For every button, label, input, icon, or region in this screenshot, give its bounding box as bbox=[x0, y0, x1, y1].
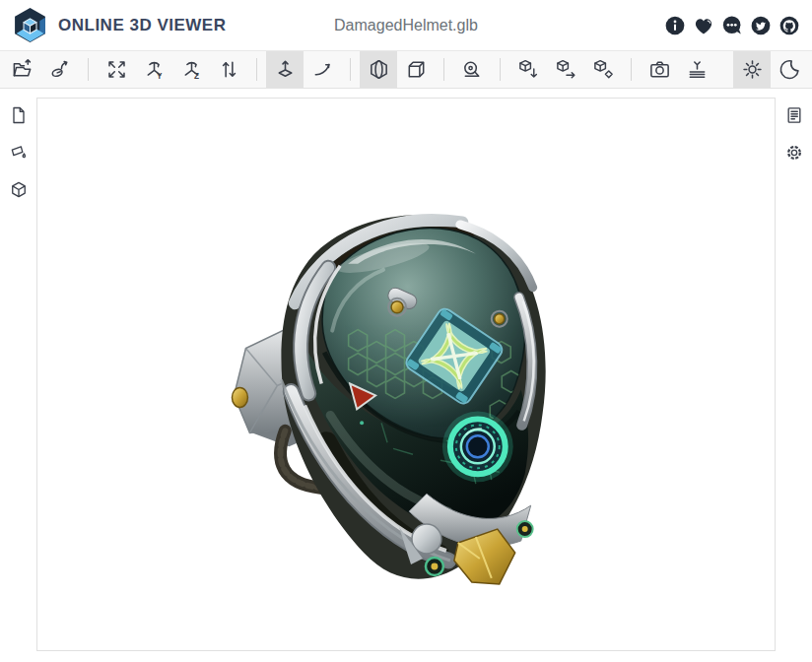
free-orbit-icon bbox=[311, 58, 334, 81]
github-icon bbox=[778, 15, 800, 36]
model-3d-helmet[interactable] bbox=[37, 99, 775, 650]
settings-panel-button[interactable] bbox=[784, 143, 804, 163]
fixed-up-icon bbox=[274, 58, 297, 81]
moon-icon bbox=[778, 58, 801, 81]
mesh-cube-icon bbox=[9, 180, 29, 200]
fit-to-window-button[interactable] bbox=[98, 51, 135, 88]
print-3d-button[interactable] bbox=[678, 51, 715, 88]
twitter-icon bbox=[750, 15, 772, 36]
toolbar-spacer bbox=[715, 51, 733, 88]
embed-diamond-icon bbox=[592, 58, 615, 81]
meshes-panel-button[interactable] bbox=[9, 180, 29, 200]
orthographic-camera-button[interactable] bbox=[397, 51, 435, 88]
materials-panel-button[interactable] bbox=[9, 143, 29, 163]
fit-window-icon bbox=[105, 58, 128, 81]
twitter-link[interactable] bbox=[750, 15, 772, 36]
app-title: ONLINE 3D VIEWER bbox=[58, 16, 226, 35]
up-y-icon bbox=[143, 58, 166, 81]
print-3d-icon bbox=[686, 58, 709, 81]
feedback-link[interactable] bbox=[721, 15, 743, 36]
export-down-icon bbox=[517, 58, 540, 81]
export-model-button[interactable] bbox=[509, 51, 547, 88]
heart-icon bbox=[693, 15, 714, 36]
toolbar-separator bbox=[256, 58, 257, 81]
chat-icon bbox=[721, 15, 743, 36]
gear-icon bbox=[784, 143, 804, 163]
header-links bbox=[664, 15, 800, 36]
up-z-icon bbox=[180, 58, 203, 81]
right-rail bbox=[776, 89, 812, 661]
snapshot-icon bbox=[648, 58, 671, 81]
flip-up-vector-button[interactable] bbox=[210, 51, 247, 88]
details-list-icon bbox=[784, 105, 804, 125]
toolbar-separator bbox=[88, 58, 89, 81]
toolbar-separator bbox=[631, 58, 632, 81]
free-orbit-button[interactable] bbox=[304, 51, 341, 88]
dark-theme-button[interactable] bbox=[771, 51, 808, 88]
document-icon bbox=[9, 105, 29, 125]
up-axis-z-button[interactable] bbox=[172, 51, 210, 88]
info-link[interactable] bbox=[664, 15, 686, 36]
measure-button[interactable] bbox=[453, 51, 491, 88]
share-right-icon bbox=[555, 58, 577, 81]
helmet-lens-ring bbox=[442, 411, 513, 482]
toolbar-separator bbox=[443, 58, 444, 81]
viewer-canvas[interactable] bbox=[36, 98, 776, 651]
fixed-up-vector-button[interactable] bbox=[266, 51, 304, 88]
main-toolbar bbox=[0, 51, 812, 89]
camera-orthographic-icon bbox=[405, 58, 428, 81]
open-file-icon bbox=[12, 58, 34, 81]
info-icon bbox=[664, 15, 686, 36]
materials-icon bbox=[9, 143, 29, 163]
flip-up-icon bbox=[218, 58, 240, 81]
snapshot-button[interactable] bbox=[641, 51, 678, 88]
open-url-button[interactable] bbox=[41, 51, 79, 88]
details-panel-button[interactable] bbox=[784, 105, 804, 125]
open-file-button[interactable] bbox=[4, 51, 41, 88]
main-area bbox=[0, 89, 812, 661]
toolbar-separator bbox=[500, 58, 501, 81]
perspective-camera-button[interactable] bbox=[360, 51, 397, 88]
left-rail bbox=[0, 89, 36, 661]
measure-icon bbox=[461, 58, 484, 81]
light-theme-button[interactable] bbox=[733, 51, 771, 88]
open-url-icon bbox=[49, 58, 72, 81]
sun-icon bbox=[741, 58, 764, 81]
github-link[interactable] bbox=[778, 15, 800, 36]
toolbar-separator bbox=[350, 58, 351, 81]
app-header: ONLINE 3D VIEWER DamagedHelmet.glb bbox=[0, 0, 812, 51]
donate-link[interactable] bbox=[693, 15, 714, 36]
share-model-button[interactable] bbox=[547, 51, 584, 88]
embed-model-button[interactable] bbox=[584, 51, 622, 88]
files-panel-button[interactable] bbox=[9, 105, 29, 125]
up-axis-y-button[interactable] bbox=[135, 51, 172, 88]
app-logo-icon[interactable] bbox=[12, 7, 48, 43]
camera-perspective-icon bbox=[368, 58, 390, 81]
